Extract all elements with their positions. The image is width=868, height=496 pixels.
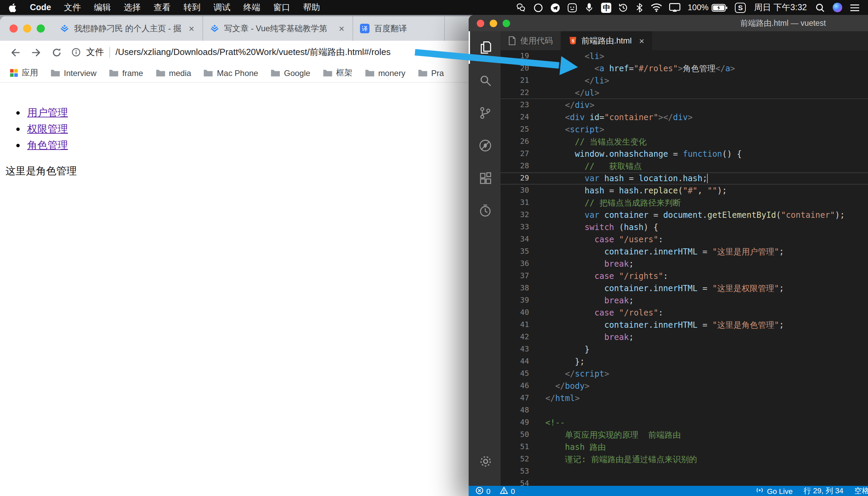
browser-tab[interactable]: 译百度翻译 — [353, 16, 445, 41]
menu-选择[interactable]: 选择 — [124, 2, 141, 13]
code-line-34[interactable]: 34 case "/users": — [500, 233, 868, 246]
menubar-clock[interactable]: 周日 下午3:32 — [754, 2, 807, 13]
code-line-33[interactable]: 33 switch (hash) { — [500, 221, 868, 233]
problems-warnings[interactable]: 0 — [500, 486, 515, 496]
problems-errors[interactable]: 0 — [476, 486, 490, 496]
face-icon[interactable] — [567, 2, 578, 13]
code-line-45[interactable]: 45 </script> — [500, 368, 868, 380]
timer-icon[interactable] — [469, 194, 500, 227]
bookmark-item[interactable]: monery — [365, 68, 405, 78]
browser-tab[interactable]: 我想静静刁民 的个人主页 - 掘× — [53, 16, 203, 41]
source-control-icon[interactable] — [469, 96, 500, 129]
code-line-25[interactable]: 25 <script> — [500, 124, 868, 136]
code-line-19[interactable]: 19 <li> — [500, 50, 868, 62]
wechat-icon[interactable] — [516, 2, 527, 13]
menu-文件[interactable]: 文件 — [64, 2, 81, 13]
close-button[interactable] — [477, 19, 484, 27]
code-line-42[interactable]: 42 break; — [500, 331, 868, 343]
code-line-31[interactable]: 31 // 把锚点当成路径来判断 — [500, 197, 868, 209]
route-link[interactable]: 权限管理 — [27, 123, 68, 134]
extensions-icon[interactable] — [469, 161, 500, 194]
zoom-button[interactable] — [37, 25, 45, 33]
code-line-21[interactable]: 21 </li> — [500, 75, 868, 87]
debug-icon[interactable] — [469, 129, 500, 161]
menu-帮助[interactable]: 帮助 — [303, 2, 320, 13]
menu-终端[interactable]: 终端 — [243, 2, 260, 13]
bookmark-item[interactable]: frame — [109, 68, 143, 78]
code-line-43[interactable]: 43 } — [500, 343, 868, 356]
code-line-51[interactable]: 51 hash 路由 — [500, 441, 868, 453]
code-line-26[interactable]: 26 // 当锚点发生变化 — [500, 136, 868, 148]
code-line-49[interactable]: 49<!-- — [500, 417, 868, 429]
forward-icon[interactable] — [31, 46, 42, 58]
code-line-24[interactable]: 24 <div id="container"></div> — [500, 111, 868, 124]
bookmark-item[interactable]: 框架 — [323, 67, 353, 79]
s-app-icon[interactable]: S — [735, 2, 746, 13]
bookmark-item[interactable]: Pra — [418, 68, 444, 78]
mic-icon[interactable] — [584, 2, 595, 13]
code-line-27[interactable]: 27 window.onhashchange = function() { — [500, 148, 868, 160]
route-link[interactable]: 角色管理 — [27, 139, 68, 151]
bookmark-item[interactable]: media — [155, 68, 191, 78]
apple-menu-icon[interactable] — [8, 2, 17, 13]
spotlight-icon[interactable] — [815, 2, 825, 13]
minimize-button[interactable] — [23, 25, 31, 33]
code-line-22[interactable]: 22 </ul> — [500, 87, 868, 99]
cursor-position[interactable]: 行 29, 列 34 — [804, 486, 843, 496]
code-editor[interactable]: 19 <li>20 <a href="#/roles">角色管理</a>21 <… — [500, 50, 868, 486]
active-app-name[interactable]: Code — [30, 3, 51, 12]
browser-tab[interactable]: 写文章 - Vue纯零基础教学第× — [203, 16, 353, 41]
code-line-28[interactable]: 28 // 获取锚点 — [500, 160, 868, 172]
code-line-52[interactable]: 52 谨记: 前端路由是通过锚点来识别的 — [500, 453, 868, 465]
reload-icon[interactable] — [51, 47, 62, 57]
code-line-46[interactable]: 46 </body> — [500, 380, 868, 392]
code-line-37[interactable]: 37 case "/rights": — [500, 270, 868, 282]
go-live-button[interactable]: Go Live — [755, 486, 793, 496]
battery-indicator[interactable]: 100% — [688, 3, 728, 12]
code-line-29[interactable]: 29 var hash = location.hash; — [500, 172, 868, 185]
code-line-48[interactable]: 48 — [500, 404, 868, 417]
bluetooth-icon[interactable] — [635, 2, 644, 13]
explorer-icon[interactable] — [469, 31, 500, 64]
bookmark-item[interactable]: Mac Phone — [204, 68, 258, 78]
search-icon[interactable] — [469, 64, 500, 96]
menu-窗口[interactable]: 窗口 — [273, 2, 290, 13]
siri-icon[interactable] — [832, 2, 843, 13]
route-link[interactable]: 用户管理 — [27, 107, 68, 118]
indent-setting[interactable]: 空格: 4 — [854, 486, 868, 496]
tab-close-icon[interactable]: × — [338, 23, 346, 34]
code-line-39[interactable]: 39 break; — [500, 294, 868, 307]
gear-icon[interactable] — [469, 445, 500, 478]
code-line-36[interactable]: 36 break; — [500, 258, 868, 270]
code-line-44[interactable]: 44 }; — [500, 356, 868, 368]
code-line-38[interactable]: 38 container.innerHTML = "这里是权限管理"; — [500, 282, 868, 294]
editor-tab[interactable]: 5前端路由.html× — [561, 31, 652, 50]
menu-查看[interactable]: 查看 — [154, 2, 171, 13]
code-line-23[interactable]: 23 </div> — [500, 99, 868, 111]
zoom-button[interactable] — [503, 19, 510, 27]
notification-center-icon[interactable] — [850, 3, 860, 12]
bookmark-item[interactable]: 应用 — [10, 67, 38, 79]
menu-转到[interactable]: 转到 — [184, 2, 201, 13]
editor-tab[interactable]: 使用代码 — [500, 31, 561, 50]
code-line-47[interactable]: 47</html> — [500, 392, 868, 404]
tab-close-icon[interactable]: × — [639, 36, 644, 46]
wifi-icon[interactable] — [651, 3, 662, 12]
history-icon[interactable] — [618, 2, 629, 13]
code-line-35[interactable]: 35 container.innerHTML = "这里是用户管理"; — [500, 246, 868, 258]
tab-close-icon[interactable]: × — [188, 23, 196, 34]
info-icon[interactable] — [71, 47, 81, 57]
code-line-40[interactable]: 40 case "/roles": — [500, 307, 868, 319]
bookmark-item[interactable]: Google — [270, 68, 310, 78]
code-line-50[interactable]: 50 单页应用实现的原理 前端路由 — [500, 429, 868, 441]
url-text[interactable]: /Users/xzliang/Downloads/Pratt%20Work/vu… — [116, 46, 391, 58]
display-icon[interactable] — [669, 3, 681, 12]
code-line-30[interactable]: 30 hash = hash.replace("#", ""); — [500, 185, 868, 197]
menu-调试[interactable]: 调试 — [214, 2, 230, 13]
code-line-53[interactable]: 53 — [500, 465, 868, 478]
menu-编辑[interactable]: 编辑 — [94, 2, 111, 13]
code-line-32[interactable]: 32 var container = document.getElementBy… — [500, 209, 868, 221]
bookmark-item[interactable]: Interview — [50, 68, 96, 78]
code-line-41[interactable]: 41 container.innerHTML = "这里是角色管理"; — [500, 319, 868, 331]
code-line-20[interactable]: 20 <a href="#/roles">角色管理</a> — [500, 62, 868, 75]
